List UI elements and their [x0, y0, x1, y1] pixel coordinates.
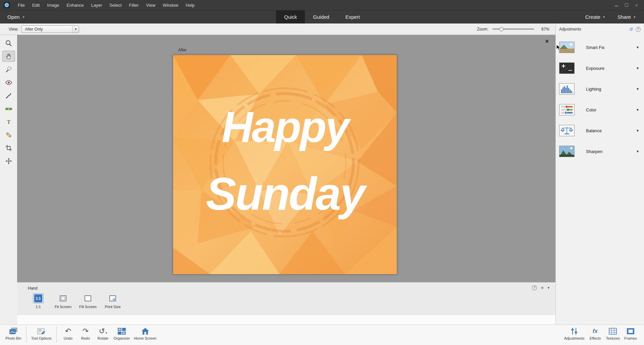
after-label: After: [178, 48, 186, 52]
taskbar-label: Effects: [590, 336, 601, 340]
fill-screen-button[interactable]: Fill Screen: [77, 293, 98, 309]
adjustment-item-color[interactable]: Color ▾: [556, 101, 644, 118]
red-eye-removal-tool-button[interactable]: [2, 77, 15, 88]
fit-screen-label: Fit Screen: [55, 305, 71, 309]
adjustments-list: Smart Fix ▾ Exposure ▾ Lighting ▾: [556, 35, 644, 164]
tab-quick[interactable]: Quick: [276, 10, 305, 23]
open-button[interactable]: Open ▾: [7, 14, 24, 20]
image-text-line1: Happy: [222, 103, 352, 151]
document-image[interactable]: Happy Sunday: [173, 55, 397, 275]
taskbar-label: Photo Bin: [5, 336, 21, 340]
adjustment-item-smart-fix[interactable]: Smart Fix ▾: [556, 39, 644, 56]
adjustment-item-balance[interactable]: Balance ▾: [556, 122, 644, 139]
taskbar-label: Frames: [624, 336, 637, 340]
options-bar: View: After Only ▾ Zoom: 67%: [0, 23, 555, 35]
tools-toolbar: T: [0, 35, 17, 325]
help-icon[interactable]: ?: [532, 285, 537, 290]
zoom-tool-button[interactable]: [2, 38, 15, 49]
share-button[interactable]: Share ▾: [618, 14, 635, 20]
undo-icon: ↶: [65, 327, 71, 335]
image-text-line2: Sunday: [206, 168, 367, 219]
effects-icon: fx: [593, 328, 598, 335]
adjustment-item-exposure[interactable]: Exposure ▾: [556, 60, 644, 77]
restore-icon[interactable]: [625, 3, 628, 7]
tool-options-button[interactable]: Tool Options: [29, 327, 54, 340]
quick-selection-tool-button[interactable]: [2, 64, 15, 75]
crop-tool-button[interactable]: [2, 142, 15, 153]
zoom-slider[interactable]: [492, 29, 534, 30]
balance-icon: [559, 125, 575, 136]
effects-button[interactable]: fx Effects: [586, 327, 604, 340]
tab-guided[interactable]: Guided: [305, 10, 337, 23]
chevron-down-icon[interactable]: ▾: [72, 26, 79, 33]
redo-icon: ↷: [83, 327, 89, 335]
straighten-tool-button[interactable]: [2, 103, 15, 114]
menu-select[interactable]: Select: [106, 0, 125, 10]
menu-filter[interactable]: Filter: [125, 0, 143, 10]
open-label: Open: [7, 14, 20, 20]
organizer-button[interactable]: Organizer: [112, 327, 132, 340]
minimize-icon[interactable]: [615, 4, 618, 6]
smart-fix-icon: [559, 42, 575, 53]
home-screen-button[interactable]: Home Screen: [132, 327, 158, 340]
help-icon[interactable]: ?: [636, 27, 641, 32]
move-tool-button[interactable]: [2, 155, 15, 166]
create-label: Create: [585, 14, 600, 20]
move-icon: [5, 157, 12, 165]
chevron-down-icon[interactable]: ▾: [635, 44, 641, 51]
type-tool-button[interactable]: T: [2, 116, 15, 127]
work-row: T After ×: [0, 35, 555, 325]
frames-button[interactable]: Frames: [622, 327, 639, 340]
adjustment-label: Sharpen: [586, 149, 602, 154]
menu-edit[interactable]: Edit: [29, 0, 43, 10]
adjustment-item-sharpen[interactable]: Sharpen ▾: [556, 143, 644, 160]
app-logo-icon: [3, 2, 10, 8]
adjustment-item-lighting[interactable]: Lighting ▾: [556, 81, 644, 97]
undo-button[interactable]: ↶ Undo: [59, 327, 77, 340]
spot-healing-tool-button[interactable]: [2, 129, 15, 140]
panel-menu-icon[interactable]: ≡: [541, 285, 544, 290]
menu-window[interactable]: Window: [159, 0, 182, 10]
taskbar-label: Home Screen: [134, 336, 156, 340]
tab-expert[interactable]: Expert: [337, 10, 368, 23]
home-icon: [141, 328, 150, 335]
color-icon: [559, 104, 575, 115]
create-button[interactable]: Create ▾: [585, 14, 605, 20]
redo-button[interactable]: ↷ Redo: [77, 327, 94, 340]
menu-view[interactable]: View: [142, 0, 159, 10]
brush-icon: [5, 92, 12, 99]
photo-bin-button[interactable]: Photo Bin: [3, 327, 23, 340]
collapse-panel-icon[interactable]: ▾: [547, 286, 549, 290]
rotate-button[interactable]: ↺ ▾ Rotate: [94, 327, 112, 340]
chevron-down-icon[interactable]: ▾: [635, 148, 641, 155]
close-window-icon[interactable]: ×: [635, 2, 638, 8]
svg-text:T: T: [7, 118, 10, 125]
reset-panel-icon[interactable]: ↺: [629, 27, 633, 32]
close-image-icon[interactable]: ×: [545, 38, 549, 44]
adjustments-button[interactable]: Adjustments: [562, 327, 587, 340]
zoom-slider-thumb[interactable]: [499, 27, 504, 31]
chevron-down-icon[interactable]: ▾: [635, 85, 641, 93]
view-select[interactable]: After Only ▾: [21, 26, 79, 33]
chevron-down-icon[interactable]: ▾: [635, 127, 641, 134]
menu-layer[interactable]: Layer: [88, 0, 106, 10]
menu-image[interactable]: Image: [43, 0, 63, 10]
left-stack: View: After Only ▾ Zoom: 67%: [0, 23, 555, 325]
one-to-one-button[interactable]: 1:1 1:1: [28, 293, 49, 309]
zoom-controls: Zoom: 67%: [477, 23, 549, 35]
fit-screen-button[interactable]: Fit Screen: [53, 293, 73, 309]
quick-selection-icon: [5, 66, 12, 73]
menu-help[interactable]: Help: [182, 0, 199, 10]
print-size-button[interactable]: Print Size: [102, 293, 123, 309]
chevron-down-icon[interactable]: ▾: [635, 106, 641, 113]
textures-button[interactable]: Textures: [604, 327, 622, 340]
menu-file[interactable]: File: [14, 0, 29, 10]
whiten-teeth-tool-button[interactable]: [2, 90, 15, 101]
hand-tool-button[interactable]: [2, 51, 15, 62]
eye-icon: [5, 79, 12, 86]
tool-options-controls: ? ≡ ▾: [532, 285, 549, 290]
menu-enhance[interactable]: Enhance: [63, 0, 88, 10]
chevron-down-icon[interactable]: ▾: [635, 64, 641, 72]
one-to-one-icon: 1:1: [34, 294, 42, 302]
adjustment-label: Smart Fix: [586, 45, 605, 50]
